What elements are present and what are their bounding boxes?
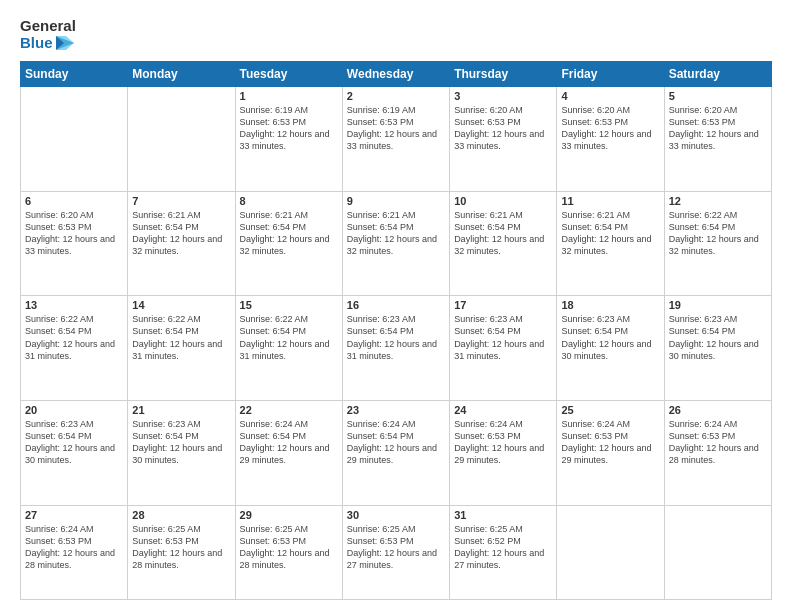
day-number: 5 — [669, 90, 767, 102]
day-info: Sunrise: 6:23 AM Sunset: 6:54 PM Dayligh… — [561, 313, 659, 362]
day-number: 28 — [132, 509, 230, 521]
day-info: Sunrise: 6:22 AM Sunset: 6:54 PM Dayligh… — [240, 313, 338, 362]
calendar-table: SundayMondayTuesdayWednesdayThursdayFrid… — [20, 61, 772, 600]
logo-blue: Blue — [20, 35, 53, 52]
day-number: 6 — [25, 195, 123, 207]
calendar-cell — [664, 505, 771, 599]
calendar-cell: 22Sunrise: 6:24 AM Sunset: 6:54 PM Dayli… — [235, 400, 342, 505]
calendar-cell: 12Sunrise: 6:22 AM Sunset: 6:54 PM Dayli… — [664, 191, 771, 296]
day-info: Sunrise: 6:22 AM Sunset: 6:54 PM Dayligh… — [669, 209, 767, 258]
day-info: Sunrise: 6:24 AM Sunset: 6:53 PM Dayligh… — [454, 418, 552, 467]
day-info: Sunrise: 6:21 AM Sunset: 6:54 PM Dayligh… — [347, 209, 445, 258]
calendar-cell: 11Sunrise: 6:21 AM Sunset: 6:54 PM Dayli… — [557, 191, 664, 296]
day-info: Sunrise: 6:20 AM Sunset: 6:53 PM Dayligh… — [561, 104, 659, 153]
day-info: Sunrise: 6:19 AM Sunset: 6:53 PM Dayligh… — [240, 104, 338, 153]
weekday-header-monday: Monday — [128, 62, 235, 87]
weekday-header-saturday: Saturday — [664, 62, 771, 87]
calendar-cell: 18Sunrise: 6:23 AM Sunset: 6:54 PM Dayli… — [557, 296, 664, 401]
day-info: Sunrise: 6:25 AM Sunset: 6:53 PM Dayligh… — [132, 523, 230, 572]
weekday-header-thursday: Thursday — [450, 62, 557, 87]
weekday-header-sunday: Sunday — [21, 62, 128, 87]
calendar-cell: 4Sunrise: 6:20 AM Sunset: 6:53 PM Daylig… — [557, 87, 664, 192]
day-info: Sunrise: 6:24 AM Sunset: 6:53 PM Dayligh… — [561, 418, 659, 467]
day-info: Sunrise: 6:20 AM Sunset: 6:53 PM Dayligh… — [25, 209, 123, 258]
day-number: 26 — [669, 404, 767, 416]
calendar-cell: 28Sunrise: 6:25 AM Sunset: 6:53 PM Dayli… — [128, 505, 235, 599]
calendar-week-row: 6Sunrise: 6:20 AM Sunset: 6:53 PM Daylig… — [21, 191, 772, 296]
calendar-cell — [557, 505, 664, 599]
calendar-cell: 31Sunrise: 6:25 AM Sunset: 6:52 PM Dayli… — [450, 505, 557, 599]
day-number: 15 — [240, 299, 338, 311]
day-number: 23 — [347, 404, 445, 416]
calendar-cell: 16Sunrise: 6:23 AM Sunset: 6:54 PM Dayli… — [342, 296, 449, 401]
weekday-header-tuesday: Tuesday — [235, 62, 342, 87]
day-info: Sunrise: 6:21 AM Sunset: 6:54 PM Dayligh… — [561, 209, 659, 258]
day-number: 29 — [240, 509, 338, 521]
day-number: 21 — [132, 404, 230, 416]
day-number: 8 — [240, 195, 338, 207]
calendar-week-row: 20Sunrise: 6:23 AM Sunset: 6:54 PM Dayli… — [21, 400, 772, 505]
day-number: 25 — [561, 404, 659, 416]
page: General Blue SundayMondayTuesdayWednesda… — [0, 0, 792, 612]
day-number: 3 — [454, 90, 552, 102]
day-number: 27 — [25, 509, 123, 521]
calendar-cell: 30Sunrise: 6:25 AM Sunset: 6:53 PM Dayli… — [342, 505, 449, 599]
calendar-cell: 1Sunrise: 6:19 AM Sunset: 6:53 PM Daylig… — [235, 87, 342, 192]
day-number: 16 — [347, 299, 445, 311]
calendar-cell: 13Sunrise: 6:22 AM Sunset: 6:54 PM Dayli… — [21, 296, 128, 401]
day-info: Sunrise: 6:23 AM Sunset: 6:54 PM Dayligh… — [132, 418, 230, 467]
day-info: Sunrise: 6:24 AM Sunset: 6:54 PM Dayligh… — [240, 418, 338, 467]
calendar-cell: 24Sunrise: 6:24 AM Sunset: 6:53 PM Dayli… — [450, 400, 557, 505]
calendar-cell: 6Sunrise: 6:20 AM Sunset: 6:53 PM Daylig… — [21, 191, 128, 296]
day-info: Sunrise: 6:22 AM Sunset: 6:54 PM Dayligh… — [25, 313, 123, 362]
calendar-cell: 19Sunrise: 6:23 AM Sunset: 6:54 PM Dayli… — [664, 296, 771, 401]
day-info: Sunrise: 6:20 AM Sunset: 6:53 PM Dayligh… — [454, 104, 552, 153]
day-number: 22 — [240, 404, 338, 416]
calendar-cell — [21, 87, 128, 192]
day-info: Sunrise: 6:22 AM Sunset: 6:54 PM Dayligh… — [132, 313, 230, 362]
day-info: Sunrise: 6:21 AM Sunset: 6:54 PM Dayligh… — [132, 209, 230, 258]
calendar-cell: 14Sunrise: 6:22 AM Sunset: 6:54 PM Dayli… — [128, 296, 235, 401]
day-info: Sunrise: 6:24 AM Sunset: 6:53 PM Dayligh… — [25, 523, 123, 572]
calendar-cell: 20Sunrise: 6:23 AM Sunset: 6:54 PM Dayli… — [21, 400, 128, 505]
day-info: Sunrise: 6:21 AM Sunset: 6:54 PM Dayligh… — [240, 209, 338, 258]
day-info: Sunrise: 6:23 AM Sunset: 6:54 PM Dayligh… — [669, 313, 767, 362]
day-number: 19 — [669, 299, 767, 311]
calendar-week-row: 13Sunrise: 6:22 AM Sunset: 6:54 PM Dayli… — [21, 296, 772, 401]
logo: General Blue — [20, 18, 76, 51]
calendar-cell: 21Sunrise: 6:23 AM Sunset: 6:54 PM Dayli… — [128, 400, 235, 505]
calendar-cell: 17Sunrise: 6:23 AM Sunset: 6:54 PM Dayli… — [450, 296, 557, 401]
day-number: 9 — [347, 195, 445, 207]
day-number: 13 — [25, 299, 123, 311]
calendar-cell: 8Sunrise: 6:21 AM Sunset: 6:54 PM Daylig… — [235, 191, 342, 296]
day-info: Sunrise: 6:25 AM Sunset: 6:53 PM Dayligh… — [347, 523, 445, 572]
weekday-header-wednesday: Wednesday — [342, 62, 449, 87]
logo-chevron-icon — [56, 36, 74, 50]
calendar-cell: 29Sunrise: 6:25 AM Sunset: 6:53 PM Dayli… — [235, 505, 342, 599]
calendar-cell — [128, 87, 235, 192]
calendar-cell: 5Sunrise: 6:20 AM Sunset: 6:53 PM Daylig… — [664, 87, 771, 192]
calendar-cell: 3Sunrise: 6:20 AM Sunset: 6:53 PM Daylig… — [450, 87, 557, 192]
calendar-cell: 2Sunrise: 6:19 AM Sunset: 6:53 PM Daylig… — [342, 87, 449, 192]
calendar-week-row: 1Sunrise: 6:19 AM Sunset: 6:53 PM Daylig… — [21, 87, 772, 192]
day-info: Sunrise: 6:20 AM Sunset: 6:53 PM Dayligh… — [669, 104, 767, 153]
day-info: Sunrise: 6:25 AM Sunset: 6:53 PM Dayligh… — [240, 523, 338, 572]
day-number: 18 — [561, 299, 659, 311]
header: General Blue — [20, 18, 772, 51]
weekday-header-friday: Friday — [557, 62, 664, 87]
day-number: 14 — [132, 299, 230, 311]
calendar-cell: 26Sunrise: 6:24 AM Sunset: 6:53 PM Dayli… — [664, 400, 771, 505]
day-number: 31 — [454, 509, 552, 521]
day-number: 24 — [454, 404, 552, 416]
day-number: 2 — [347, 90, 445, 102]
calendar-cell: 25Sunrise: 6:24 AM Sunset: 6:53 PM Dayli… — [557, 400, 664, 505]
day-info: Sunrise: 6:24 AM Sunset: 6:54 PM Dayligh… — [347, 418, 445, 467]
calendar-cell: 15Sunrise: 6:22 AM Sunset: 6:54 PM Dayli… — [235, 296, 342, 401]
calendar-cell: 9Sunrise: 6:21 AM Sunset: 6:54 PM Daylig… — [342, 191, 449, 296]
day-info: Sunrise: 6:24 AM Sunset: 6:53 PM Dayligh… — [669, 418, 767, 467]
calendar-cell: 27Sunrise: 6:24 AM Sunset: 6:53 PM Dayli… — [21, 505, 128, 599]
day-number: 11 — [561, 195, 659, 207]
day-info: Sunrise: 6:23 AM Sunset: 6:54 PM Dayligh… — [347, 313, 445, 362]
logo-container: General Blue — [20, 18, 76, 51]
day-number: 20 — [25, 404, 123, 416]
